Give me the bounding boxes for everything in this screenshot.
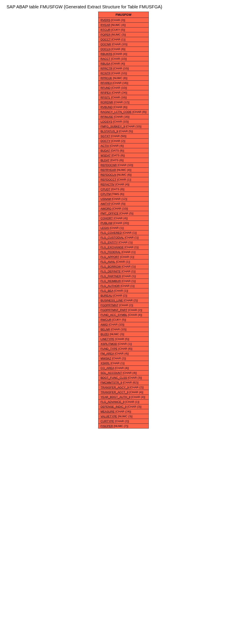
table-row: BUREAU [CHAR (2)] [98,293,149,298]
field-type: [CHAR (4)] [110,62,125,65]
table-row: LINETYPE [CHAR (5)] [98,337,149,342]
table-row: RWCUR [CUKY (5)] [98,318,149,322]
field-type: [CHAR (1)] [121,280,136,283]
field-name: DOCTY [101,139,110,142]
field-name: RBUKRS [101,52,112,56]
table-row: RFINUSE [CHAR (16)] [98,114,149,119]
table-row: BUZEI [NUMC (3)] [98,332,149,337]
table-row: RORDNR [CHAR (12)] [98,100,149,105]
field-name: FISCPER [101,424,113,428]
field-name: RVBUND [101,106,113,109]
table-row: PMT_OFFICE [CHAR (5)] [98,211,149,216]
field-type: [NUMC (3)] [109,332,124,336]
field-type: [CHAR (16)] [112,81,128,84]
field-type: [TIMS (6)] [111,192,124,196]
table-row: RPROJK [NUMC (8)] [98,76,149,80]
field-type: [CHAR (1)] [118,241,132,244]
field-name: COHORT [101,216,113,220]
table-row: SGL_ACCOUNT [CHAR (4)] [98,370,149,375]
field-name: FLG_APPORT [101,255,120,258]
field-type: [CHAR (6)] [112,106,127,109]
table-row: FLG_ADVANCE_9 [CHAR (1)] [98,400,149,404]
table-row: DOCCT [CHAR (1)] [98,37,149,42]
field-type: [CHAR (2)] [129,386,144,389]
field-type: [NUMC (3)] [117,415,132,418]
table-row: FGDPRTMNT_PART [CHAR (2)] [98,308,149,312]
field-type: [CHAR (1)] [121,274,136,278]
field-name: BUSINESS_LINE [101,299,123,302]
table-row: RVERS [CHAR (3)] [98,18,149,22]
field-name: MWSKZ [101,357,111,360]
field-name: FLG_DEFINITE [101,270,121,273]
table-row: FLG_AUTHOR [CHAR (1)] [98,284,149,288]
field-type: [NUMC (4)] [116,168,131,172]
field-type: [CHAR (10)] [125,125,141,128]
field-type: [CHAR (10)] [108,323,124,326]
table-row: CO_AREA [CHAR (4)] [98,366,149,370]
field-name: FLG_FEDERAL [101,250,121,254]
field-name: TRANSFER_ACCT_9 [101,390,128,394]
field-name: CPUDT [101,188,110,191]
table-row: CPUTM [TIMS (6)] [98,192,149,196]
table-row: RFIPEX [CHAR (24)] [98,90,149,95]
table-row: FLG_PARTNER [CHAR (1)] [98,274,149,279]
table-row: REFACTIV [CHAR (4)] [98,182,149,187]
field-type: [CHAR (8)] [132,110,146,114]
table-row: REFDOCNR [CHAR (10)] [98,163,149,168]
field-name: FLG_AVAIL [101,260,115,263]
table-row: USNAM [CHAR (12)] [98,196,149,202]
field-name: DEFENSE_INDIC_9 [101,405,126,408]
field-type: [CHAR (2)] [112,294,127,297]
table-row: LEGIS [CHAR (1)] [98,226,149,230]
field-type: [CHAR (10)] [112,207,128,210]
table-row: RBUSA [CHAR (4)] [98,61,149,66]
table-row: BUSINESS_LINE [CHAR (2)] [98,298,149,303]
field-type: [CHAR (10)] [110,86,127,90]
field-name: BUDAT [101,149,110,152]
field-name: LINETYPE [101,338,114,341]
field-name: RBUSA [101,62,110,65]
table-row: RFUND [CHAR (10)] [98,86,149,90]
table-row: PUBLAW [CHAR (20)] [98,221,149,226]
table-row: RVBUND [CHAR (6)] [98,105,149,110]
field-type: [DATS (8)] [110,158,124,162]
table-row: BLDAT [DATS (8)] [98,158,149,163]
field-type: [NUMC (3)] [110,33,126,36]
field-type: [CHAR (10)] [110,328,126,331]
field-type: [CHAR (2)] [111,357,126,360]
field-type: [CHAR (4)] [114,183,129,186]
table-row: FLG_ENTITY [CHAR (1)] [98,240,149,245]
field-name: WSDAT [101,154,111,157]
table-row: FUND_TYPE [CHAR (6)] [98,346,149,351]
field-type: [CUKY (5)] [112,318,126,321]
field-type: [CHAR (3)] [127,376,142,379]
field-name: CURTYPE [101,420,114,423]
field-name: POPER [101,33,111,36]
field-name: FM_AREA [101,352,114,355]
field-type: [CHAR (50)] [110,134,126,138]
table-row: DOCTY [CHAR (2)] [98,138,149,144]
field-name: DOCLN [101,48,111,51]
field-name: FLG_ENTITY [101,241,118,244]
field-name: RFAREA [101,81,112,84]
field-type: [CHAR (1)] [121,265,136,268]
field-type: [DATS (8)] [110,149,124,152]
table-row: XSKRL [CHAR (1)] [98,361,149,366]
field-name: SGTXT [101,134,110,138]
field-name: ACTIV [101,144,109,148]
table-row: BLSTATUS_9 [CHAR (5)] [98,129,149,134]
field-name: TRANSFER_AGCY_9 [101,386,129,389]
field-name: DOCNR [101,42,111,46]
table-row: YEAR_BDGT_AUTH_9 [CHAR (4)] [98,395,149,400]
table-row: FLG_COVERED [CHAR (1)] [98,230,149,235]
field-type: [CHAR (24)] [115,410,131,413]
page-title: SAP ABAP table FMUSFGW {Generated Extrac… [6,4,242,10]
table-row: BELNR [CHAR (10)] [98,327,149,332]
table-row: FM_AREA [CHAR (4)] [98,351,149,356]
field-type: [CHAR (4)] [127,313,142,316]
field-name: RTCUR [101,28,110,32]
field-name: RYEAR [101,23,110,26]
field-type: [CHAR (4)] [128,390,143,394]
table-row: AWID [CHAR (10)] [98,322,149,327]
table-wrapper: FMUSFGW RVERS [CHAR (3)]RYEAR [NUMC (4)]… [98,12,149,428]
